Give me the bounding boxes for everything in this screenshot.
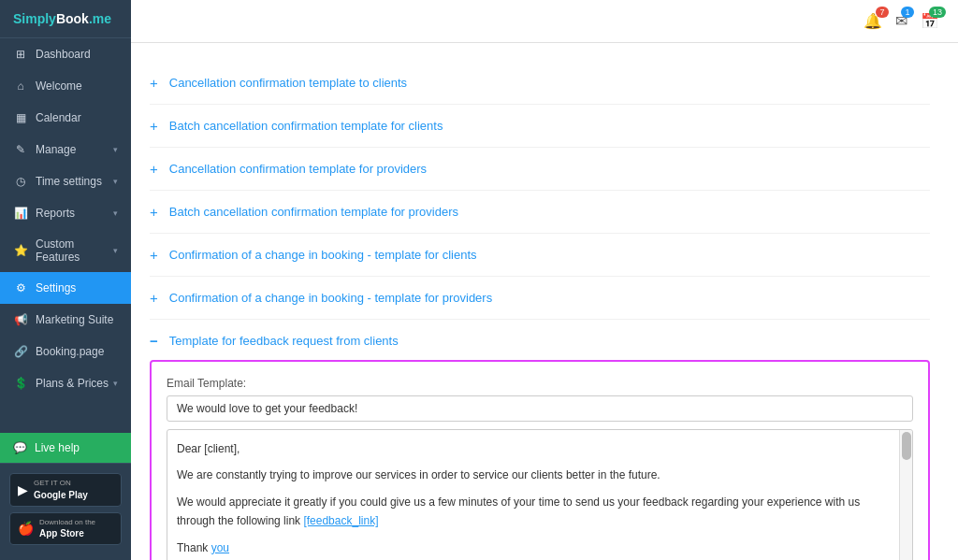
- template-label: Batch cancellation confirmation template…: [169, 119, 443, 133]
- you-link[interactable]: you: [211, 541, 229, 554]
- manage-icon: ✎: [13, 142, 28, 157]
- mail-badge: 1: [901, 7, 914, 18]
- email-body-container: Dear [client], We are constantly trying …: [167, 429, 913, 560]
- body-line-appreciate: We would appreciate it greatly if you co…: [177, 493, 893, 531]
- app-store-get-label: Download on the: [39, 518, 95, 527]
- sidebar-label-custom-features: Custom Features: [36, 237, 113, 264]
- sidebar-label-dashboard: Dashboard: [36, 48, 91, 61]
- sidebar-item-reports[interactable]: 📊 Reports ▾: [0, 197, 131, 229]
- google-play-get-label: GET IT ON: [34, 479, 88, 488]
- app-store-name-label: App Store: [39, 527, 95, 539]
- email-template-label: Email Template:: [167, 377, 913, 390]
- sidebar-item-marketing-suite[interactable]: 📢 Marketing Suite: [0, 304, 131, 336]
- template-row-cancellation-confirm-clients[interactable]: + Cancellation confirmation template to …: [150, 62, 930, 105]
- feedback-template-label: Template for feedback request from clien…: [169, 334, 399, 348]
- template-label: Confirmation of a change in booking - te…: [169, 248, 477, 262]
- header-icons: 🔔 7 ✉ 1 📅 13: [864, 12, 939, 30]
- body-line-intro: We are constantly trying to improve our …: [177, 466, 893, 484]
- template-label: Cancellation confirmation template to cl…: [169, 76, 407, 90]
- sidebar-label-time-settings: Time settings: [36, 175, 102, 188]
- scroll-thumb: [902, 432, 911, 460]
- settings-icon: ⚙: [13, 280, 28, 295]
- messages-button[interactable]: ✉ 1: [895, 12, 907, 30]
- apple-icon: 🍎: [18, 521, 34, 536]
- sidebar-label-reports: Reports: [36, 207, 75, 220]
- sidebar-item-custom-features[interactable]: ⭐ Custom Features ▾: [0, 229, 131, 272]
- reports-icon: 📊: [13, 206, 28, 221]
- chevron-down-icon: ▾: [113, 246, 118, 255]
- template-row-batch-cancellation-confirm-clients[interactable]: + Batch cancellation confirmation templa…: [150, 105, 930, 148]
- sidebar-item-dashboard[interactable]: ⊞ Dashboard: [0, 38, 131, 70]
- marketing-icon: 📢: [13, 312, 28, 327]
- sidebar-logo: SimplyBook.me: [0, 0, 131, 38]
- bell-badge: 7: [876, 7, 889, 18]
- plans-icon: 💲: [13, 376, 28, 391]
- custom-features-icon: ⭐: [13, 243, 28, 258]
- booking-page-icon: 🔗: [13, 344, 28, 359]
- calendar-badge: 13: [929, 7, 946, 18]
- template-row-change-booking-providers[interactable]: + Confirmation of a change in booking - …: [150, 277, 930, 320]
- sidebar-item-settings[interactable]: ⚙ Settings: [0, 272, 131, 304]
- sidebar-label-plans-prices: Plans & Prices: [36, 377, 109, 390]
- notifications-button[interactable]: 🔔 7: [864, 12, 882, 30]
- logo-text: SimplyBook.me: [13, 11, 111, 26]
- sidebar-item-welcome[interactable]: ⌂ Welcome: [0, 70, 131, 102]
- chevron-down-icon: ▾: [113, 145, 118, 154]
- collapse-icon: −: [150, 333, 158, 349]
- template-label: Confirmation of a change in booking - te…: [169, 291, 492, 305]
- main-wrapper: 🔔 7 ✉ 1 📅 13 + Cancellation confirmation…: [131, 0, 958, 560]
- google-play-button[interactable]: ▶ GET IT ON Google Play: [9, 473, 122, 506]
- dashboard-icon: ⊞: [13, 47, 28, 62]
- expand-icon: +: [150, 161, 158, 177]
- template-row-change-booking-clients[interactable]: + Confirmation of a change in booking - …: [150, 234, 930, 277]
- body-line-salutation: Dear [client],: [177, 439, 893, 458]
- sidebar-item-time-settings[interactable]: ◷ Time settings ▾: [0, 165, 131, 197]
- google-play-name-label: Google Play: [34, 489, 88, 501]
- expand-icon: +: [150, 75, 158, 91]
- template-row-batch-cancellation-confirm-providers[interactable]: + Batch cancellation confirmation templa…: [150, 191, 930, 234]
- sidebar-bottom: ▶ GET IT ON Google Play 🍎 Download on th…: [0, 463, 131, 560]
- expand-icon: +: [150, 290, 158, 306]
- template-label: Batch cancellation confirmation template…: [169, 205, 458, 219]
- calendar-notifications-button[interactable]: 📅 13: [921, 12, 939, 30]
- sidebar-label-live-help: Live help: [35, 441, 80, 454]
- feedback-link[interactable]: [feedback_link]: [303, 514, 378, 527]
- sidebar: SimplyBook.me ⊞ Dashboard ⌂ Welcome ▦ Ca…: [0, 0, 131, 560]
- expand-icon: +: [150, 118, 158, 134]
- welcome-icon: ⌂: [13, 79, 28, 93]
- content-area: + Cancellation confirmation template to …: [131, 43, 958, 560]
- sidebar-label-marketing: Marketing Suite: [36, 313, 113, 326]
- live-help-icon: 💬: [13, 441, 27, 454]
- sidebar-navigation: ⊞ Dashboard ⌂ Welcome ▦ Calendar ✎ Manag…: [0, 38, 131, 433]
- email-body[interactable]: Dear [client], We are constantly trying …: [167, 430, 912, 560]
- chevron-down-icon: ▾: [113, 379, 118, 388]
- template-label: Cancellation confirmation template for p…: [169, 162, 427, 176]
- sidebar-item-manage[interactable]: ✎ Manage ▾: [0, 134, 131, 165]
- sidebar-item-live-help[interactable]: 💬 Live help: [0, 433, 131, 463]
- email-subject-input[interactable]: [167, 395, 913, 422]
- sidebar-label-settings: Settings: [36, 281, 76, 294]
- template-row-cancellation-confirm-providers[interactable]: + Cancellation confirmation template for…: [150, 148, 930, 191]
- sidebar-item-plans-prices[interactable]: 💲 Plans & Prices ▾: [0, 367, 131, 399]
- sidebar-label-welcome: Welcome: [36, 79, 82, 93]
- app-store-button[interactable]: 🍎 Download on the App Store: [9, 512, 122, 545]
- body-line-thank: Thank you: [177, 538, 893, 557]
- expand-icon: +: [150, 247, 158, 263]
- chevron-down-icon: ▾: [113, 177, 118, 186]
- sidebar-label-calendar: Calendar: [36, 111, 81, 124]
- template-row-feedback-request[interactable]: − Template for feedback request from cli…: [150, 320, 930, 354]
- google-play-icon: ▶: [18, 482, 28, 497]
- sidebar-item-calendar[interactable]: ▦ Calendar: [0, 102, 131, 134]
- calendar-icon: ▦: [13, 110, 28, 125]
- expand-icon: +: [150, 204, 158, 220]
- template-expanded-box: Email Template: Dear [client], We are co…: [150, 360, 930, 560]
- sidebar-item-booking-page[interactable]: 🔗 Booking.page: [0, 336, 131, 367]
- scrollbar[interactable]: [899, 430, 912, 560]
- header: 🔔 7 ✉ 1 📅 13: [131, 0, 958, 43]
- sidebar-label-booking-page: Booking.page: [36, 345, 104, 358]
- expanded-template-section: − Template for feedback request from cli…: [150, 320, 930, 560]
- time-settings-icon: ◷: [13, 174, 28, 189]
- sidebar-label-manage: Manage: [36, 143, 76, 156]
- chevron-down-icon: ▾: [113, 208, 118, 218]
